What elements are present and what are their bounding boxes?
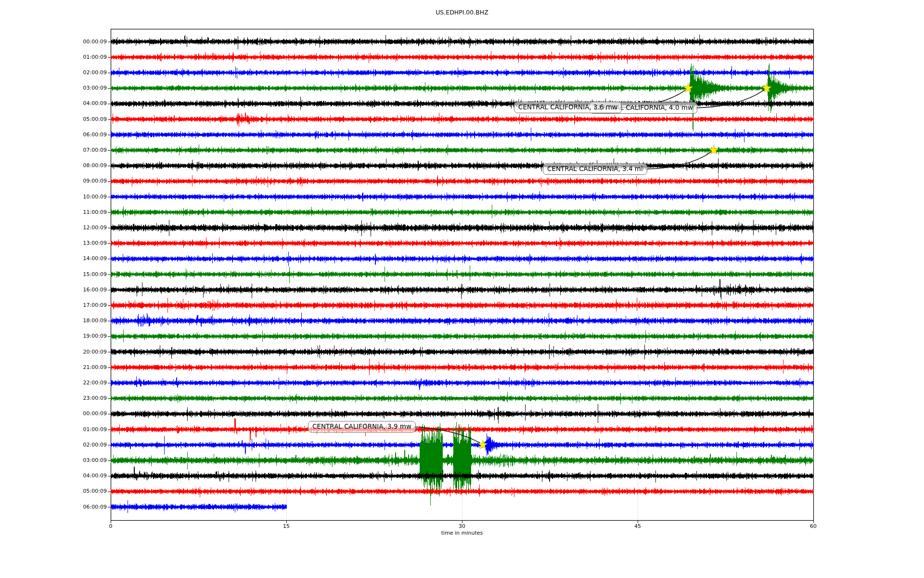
y-axis-label: 17:00:09 [0, 302, 107, 309]
y-axis-label: 13:00:09 [0, 240, 107, 247]
x-axis-tick-label: 15 [272, 523, 301, 529]
y-axis-label: 00:00:09 [0, 410, 107, 417]
y-axis-label: 12:00:09 [0, 224, 107, 231]
x-axis-tick-label: 60 [799, 523, 828, 529]
y-axis-label: 05:00:09 [0, 488, 107, 495]
y-axis-label: 02:00:09 [0, 69, 107, 76]
x-axis-label: time in minutes [0, 530, 924, 536]
x-axis-tick-label: 45 [623, 523, 652, 529]
seismogram-figure: US.EDHPI.00.BHZ 00:00:0901:00:0902:00:09… [0, 0, 924, 578]
y-axis-label: 18:00:09 [0, 317, 107, 324]
y-axis-label: 04:00:09 [0, 100, 107, 107]
y-axis-label: 08:00:09 [0, 162, 107, 169]
y-axis-label: 22:00:09 [0, 380, 107, 386]
y-axis-label: 03:00:09 [0, 85, 107, 92]
y-axis-label: 21:00:09 [0, 364, 107, 371]
y-axis-label: 16:00:09 [0, 287, 107, 293]
x-axis-tick-label: 30 [448, 523, 476, 529]
y-axis-label: 04:00:09 [0, 473, 107, 479]
y-axis-label: 11:00:09 [0, 209, 107, 216]
y-axis-label: 06:00:09 [0, 131, 107, 138]
y-axis-label: 14:00:09 [0, 255, 107, 262]
y-axis-label: 01:00:09 [0, 54, 107, 61]
figure-title: US.EDHPI.00.BHZ [0, 9, 924, 16]
y-axis-label: 05:00:09 [0, 116, 107, 123]
y-axis-label: 23:00:09 [0, 395, 107, 402]
y-axis-label: 03:00:09 [0, 457, 107, 464]
y-axis-label: 01:00:09 [0, 426, 107, 433]
y-axis-label: 09:00:09 [0, 178, 107, 184]
x-axis-tick-label: 0 [96, 523, 125, 529]
y-axis-label: 02:00:09 [0, 442, 107, 448]
event-annotation-3.4ml: CENTRAL CALIFORNIA, 3.4 ml [543, 163, 647, 175]
y-axis-label: 00:00:09 [0, 39, 107, 45]
y-axis-label: 07:00:09 [0, 147, 107, 154]
y-axis-label: 15:00:09 [0, 271, 107, 278]
y-axis-label: 19:00:09 [0, 333, 107, 340]
event-annotation-3.9mw: CENTRAL CALIFORNIA, 3.9 mw [308, 421, 416, 433]
seismogram-plot-canvas [0, 0, 924, 578]
y-axis-label: 20:00:09 [0, 349, 107, 355]
y-axis-label: 10:00:09 [0, 194, 107, 200]
event-annotation-3.6mw: CENTRAL CALIFORNIA, 3.6 mw [514, 102, 622, 113]
y-axis-label: 06:00:09 [0, 504, 107, 511]
